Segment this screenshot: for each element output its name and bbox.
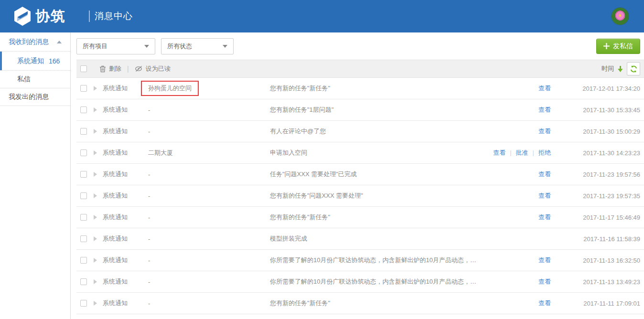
mark-read-button[interactable]: 设为已读: [135, 64, 171, 73]
expand-triangle-icon[interactable]: [94, 236, 97, 241]
expand-triangle-icon[interactable]: [94, 107, 97, 112]
hexagon-logo-icon: [13, 6, 32, 26]
row-space-text: 孙狗蛋儿的空间: [141, 81, 199, 96]
row-message: 申请加入空间: [270, 149, 482, 157]
app-logo[interactable]: 协筑: [13, 6, 66, 26]
row-checkbox[interactable]: [80, 149, 87, 156]
row-space-text: -: [148, 278, 150, 286]
row-checkbox[interactable]: [80, 257, 87, 264]
row-timestamp: 2017-11-16 11:58:39: [551, 235, 644, 243]
row-action-link[interactable]: 拒绝: [538, 149, 551, 156]
row-timestamp: 2017-11-30 15:33:45: [551, 106, 644, 114]
row-message: 您有新的任务"1层问题": [270, 106, 482, 114]
row-timestamp: 2017-11-23 19:57:35: [551, 192, 644, 200]
sidebar-group-sent[interactable]: 我发出的消息: [0, 88, 70, 106]
row-timestamp: 2017-11-13 13:49:23: [551, 278, 644, 286]
row-actions: 查看: [482, 256, 551, 265]
row-checkbox[interactable]: [80, 106, 87, 113]
mark-read-label: 设为已读: [146, 64, 171, 73]
row-checkbox[interactable]: [80, 235, 87, 242]
row-checkbox[interactable]: [80, 214, 87, 221]
sidebar-group-sent-label: 我发出的消息: [9, 93, 49, 101]
row-message: 你所需要了解的10月份广联达协筑动态，内含新鲜出炉的10月产品动态，诺士诚监理单…: [270, 277, 482, 286]
table-row: 系统通知 - 模型拼装完成 2017-11-16 11:58:39: [76, 228, 644, 250]
expand-triangle-icon[interactable]: [94, 172, 97, 177]
user-avatar[interactable]: [612, 8, 629, 25]
sort-by-time-button[interactable]: 时间: [601, 64, 614, 73]
row-timestamp: 2017-11-30 14:23:23: [551, 149, 644, 157]
expand-triangle-icon[interactable]: [94, 129, 97, 134]
row-message: 模型拼装完成: [270, 234, 482, 243]
delete-button[interactable]: 删除: [99, 64, 121, 73]
row-type: 系统通知: [103, 256, 148, 265]
row-checkbox[interactable]: [80, 128, 87, 135]
row-checkbox[interactable]: [80, 171, 87, 178]
row-actions: 查看: [482, 191, 551, 200]
row-timestamp: 2017-11-30 15:00:29: [551, 128, 644, 135]
row-type: 系统通知: [103, 277, 148, 286]
sort-time-label: 时间: [601, 65, 614, 72]
row-action-link[interactable]: 查看: [538, 85, 551, 92]
row-action-link[interactable]: 查看: [538, 299, 551, 307]
row-space: -: [148, 257, 270, 264]
row-action-link[interactable]: 批准: [516, 149, 528, 156]
trash-icon: [99, 65, 106, 73]
row-checkbox[interactable]: [80, 192, 87, 199]
row-action-link[interactable]: 查看: [538, 170, 551, 178]
row-action-link[interactable]: 查看: [538, 106, 551, 113]
row-action-link[interactable]: 查看: [538, 192, 551, 199]
select-all-checkbox[interactable]: [80, 65, 87, 72]
row-type: 系统通知: [103, 127, 148, 136]
row-actions: 查看: [482, 277, 551, 286]
app-header: 协筑 消息中心: [0, 0, 644, 32]
table-row: 系统通知 - 您有新的任务"新任务" 查看 2017-11-17 15:46:4…: [76, 207, 644, 228]
table-row: 系统通知 孙狗蛋儿的空间 您有新的任务"新任务" 查看 2017-12-01 1…: [76, 78, 644, 99]
row-space-text: -: [148, 106, 150, 114]
row-action-link[interactable]: 查看: [538, 213, 551, 221]
row-timestamp: 2017-11-13 16:32:50: [551, 257, 644, 264]
delete-label: 删除: [109, 64, 121, 73]
row-type: 系统通知: [103, 106, 148, 114]
plus-icon: [603, 43, 610, 49]
project-filter-select[interactable]: 所有项目: [76, 38, 155, 54]
row-space: -: [148, 214, 270, 221]
row-action-link[interactable]: 查看: [538, 256, 551, 264]
send-private-message-button[interactable]: 发私信: [596, 39, 640, 54]
row-checkbox[interactable]: [80, 300, 87, 307]
expand-triangle-icon[interactable]: [94, 215, 97, 220]
row-action-link[interactable]: 查看: [538, 128, 551, 135]
row-type: 系统通知: [103, 213, 148, 222]
row-action-link[interactable]: 查看: [493, 149, 505, 156]
message-list: 系统通知 孙狗蛋儿的空间 您有新的任务"新任务" 查看 2017-12-01 1…: [76, 78, 644, 314]
row-space: -: [148, 171, 270, 178]
status-filter-select[interactable]: 所有状态: [161, 38, 234, 54]
row-space: -: [148, 192, 270, 200]
refresh-button[interactable]: [627, 62, 640, 75]
page-title: 消息中心: [95, 10, 133, 22]
expand-triangle-icon[interactable]: [94, 86, 97, 91]
toolbar-divider: |: [127, 65, 129, 73]
expand-triangle-icon[interactable]: [94, 193, 97, 198]
expand-triangle-icon[interactable]: [94, 258, 97, 263]
sidebar-group-received[interactable]: 我收到的消息: [0, 32, 70, 52]
row-space-text: -: [148, 257, 150, 264]
row-actions: 查看: [482, 213, 551, 222]
sidebar-item-private-message[interactable]: 私信: [0, 71, 70, 88]
row-timestamp: 2017-11-17 15:46:49: [551, 214, 644, 221]
list-toolbar: 删除 | 设为已读 时间: [76, 60, 644, 78]
row-checkbox[interactable]: [80, 85, 87, 92]
row-action-link[interactable]: 查看: [538, 278, 551, 285]
expand-triangle-icon[interactable]: [94, 150, 97, 155]
sort-arrow-down-icon: [618, 66, 623, 72]
row-space-text: -: [148, 171, 150, 178]
row-space: -: [148, 300, 270, 307]
sidebar-item-system-notice[interactable]: 系统通知 166: [0, 52, 70, 71]
expand-triangle-icon[interactable]: [94, 301, 97, 306]
table-row: 系统通知 - 任务"问题XXX 需要处理"已完成 查看 2017-11-23 1…: [76, 164, 644, 185]
row-type: 系统通知: [103, 170, 148, 179]
row-space: 孙狗蛋儿的空间: [148, 81, 270, 96]
expand-triangle-icon[interactable]: [94, 279, 97, 284]
row-timestamp: 2017-11-11 17:09:01: [551, 300, 644, 307]
filter-bar: 所有项目 所有状态 发私信: [71, 32, 644, 60]
row-checkbox[interactable]: [80, 278, 87, 285]
